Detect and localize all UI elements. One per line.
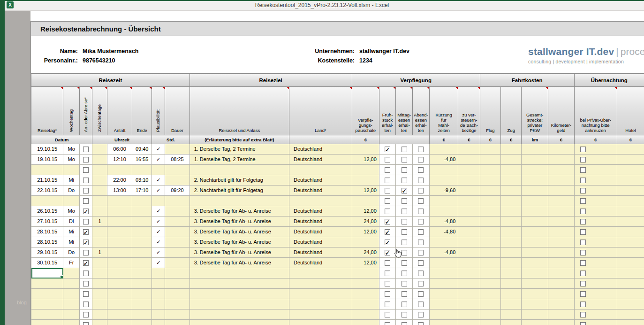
cell-zw[interactable] — [92, 206, 107, 217]
cell-date[interactable] — [31, 196, 63, 206]
cell-dauer[interactable] — [165, 227, 189, 237]
fr-checkbox[interactable] — [385, 198, 390, 204]
cell-sach[interactable] — [458, 206, 480, 217]
cell-zw[interactable] — [92, 155, 107, 165]
cell-plaus[interactable] — [152, 299, 165, 310]
cell-pkw[interactable] — [522, 186, 548, 196]
cell-mi[interactable] — [396, 268, 413, 279]
cell-zug[interactable] — [501, 299, 522, 310]
anab-checkbox[interactable] — [83, 240, 89, 245]
cell-ziel[interactable]: 3. Derselbe Tag für Ab- u. Anreise — [189, 206, 289, 217]
ab-checkbox[interactable] — [418, 312, 424, 317]
cell-hotel[interactable] — [617, 196, 644, 206]
cell-date[interactable]: 28.10.15 — [31, 227, 63, 237]
cell-ende[interactable] — [132, 206, 152, 217]
ab-checkbox[interactable] — [418, 209, 424, 214]
anab-checkbox[interactable] — [83, 322, 89, 325]
priv-checkbox[interactable] — [580, 281, 586, 286]
priv-checkbox[interactable] — [580, 178, 586, 183]
cell-antritt[interactable] — [107, 268, 132, 279]
priv-checkbox[interactable] — [580, 240, 586, 245]
cell-kuerz[interactable] — [429, 144, 458, 155]
cell-kuerz[interactable]: -9,60 — [429, 186, 458, 196]
cell-date[interactable]: 28.10.15 — [31, 237, 63, 248]
cell-antritt[interactable] — [107, 279, 132, 289]
cell-ziel[interactable]: 3. Derselbe Tag für Ab- u. Anreise — [189, 227, 289, 237]
name-value[interactable]: Mika Mustermensch — [83, 48, 138, 54]
priv-checkbox[interactable] — [580, 312, 586, 317]
cell-priv[interactable] — [574, 144, 617, 155]
cell-day[interactable] — [63, 299, 80, 310]
cell-land[interactable] — [289, 268, 352, 279]
cell-date[interactable] — [31, 279, 63, 289]
cell-flug[interactable] — [480, 299, 500, 310]
cell-hotel[interactable] — [617, 227, 644, 237]
cell-ab[interactable] — [413, 268, 430, 279]
cell-ende[interactable] — [132, 320, 152, 325]
fr-checkbox[interactable] — [385, 157, 390, 162]
cell-km[interactable] — [548, 196, 574, 206]
cell-priv[interactable] — [574, 155, 617, 165]
cell-anab[interactable] — [80, 186, 92, 196]
cell-fr[interactable] — [379, 206, 395, 217]
cell-dauer[interactable] — [165, 217, 189, 227]
cell-dauer[interactable]: 08:25 — [165, 155, 189, 165]
ab-checkbox[interactable] — [418, 322, 424, 325]
cell-dauer[interactable] — [165, 320, 189, 325]
cell-flug[interactable] — [480, 175, 500, 186]
cell-land[interactable] — [289, 310, 352, 320]
cell-land[interactable]: Deutschland — [289, 144, 352, 155]
cell-dauer[interactable] — [165, 279, 189, 289]
anab-checkbox[interactable] — [83, 147, 89, 152]
cell-anab[interactable] — [80, 310, 92, 320]
cell-pkw[interactable] — [522, 320, 548, 325]
cell-ab[interactable] — [413, 289, 430, 299]
ab-checkbox[interactable] — [418, 271, 424, 276]
cell-km[interactable] — [548, 227, 574, 237]
cell-day[interactable]: Mo — [63, 144, 80, 155]
mi-checkbox[interactable] — [402, 250, 407, 255]
cell-pkw[interactable] — [522, 279, 548, 289]
anab-checkbox[interactable] — [83, 157, 89, 162]
cell-zw[interactable] — [92, 165, 107, 175]
cell-fr[interactable] — [379, 320, 395, 325]
cell-ziel[interactable]: 3. Derselbe Tag für Ab- u. Anreise — [189, 217, 289, 227]
cell-ende[interactable]: 03:10 — [132, 175, 152, 186]
fr-checkbox[interactable] — [385, 167, 390, 173]
cell-fr[interactable] — [379, 155, 395, 165]
priv-checkbox[interactable] — [580, 219, 586, 224]
cell-zw[interactable] — [92, 279, 107, 289]
cell-hotel[interactable] — [617, 310, 644, 320]
cell-anab[interactable] — [80, 165, 92, 175]
cell-flug[interactable] — [480, 155, 500, 165]
cell-anab[interactable] — [80, 299, 92, 310]
cell-sach[interactable] — [458, 196, 480, 206]
cell-mi[interactable] — [396, 299, 413, 310]
anab-checkbox[interactable] — [83, 198, 89, 204]
cell-pkw[interactable] — [522, 144, 548, 155]
cell-ende[interactable] — [132, 310, 152, 320]
cell-flug[interactable] — [480, 268, 500, 279]
anab-checkbox[interactable] — [83, 271, 89, 276]
cell-priv[interactable] — [574, 299, 617, 310]
cell-kuerz[interactable] — [429, 279, 458, 289]
cell-priv[interactable] — [574, 237, 617, 248]
cell-hotel[interactable] — [617, 320, 644, 325]
cell-sach[interactable] — [458, 186, 480, 196]
cell-plaus[interactable]: ✓ — [152, 155, 165, 165]
mi-checkbox[interactable] — [402, 219, 407, 224]
cell-dauer[interactable] — [165, 310, 189, 320]
personalnr-value[interactable]: 9876543210 — [83, 57, 115, 64]
fr-checkbox[interactable] — [385, 188, 390, 193]
cell-date[interactable]: 27.10.15 — [31, 217, 63, 227]
cell-fr[interactable] — [379, 279, 395, 289]
cell-antritt[interactable] — [107, 237, 132, 248]
cell-ende[interactable] — [132, 258, 152, 268]
priv-checkbox[interactable] — [580, 198, 586, 204]
cell-verpfl[interactable]: 12,00 — [352, 206, 379, 217]
cell-sach[interactable] — [458, 155, 480, 165]
fr-checkbox[interactable] — [385, 178, 390, 183]
cell-priv[interactable] — [574, 268, 617, 279]
cell-sach[interactable] — [458, 175, 480, 186]
unternehmen-value[interactable]: stallwanger IT.dev — [359, 48, 409, 54]
